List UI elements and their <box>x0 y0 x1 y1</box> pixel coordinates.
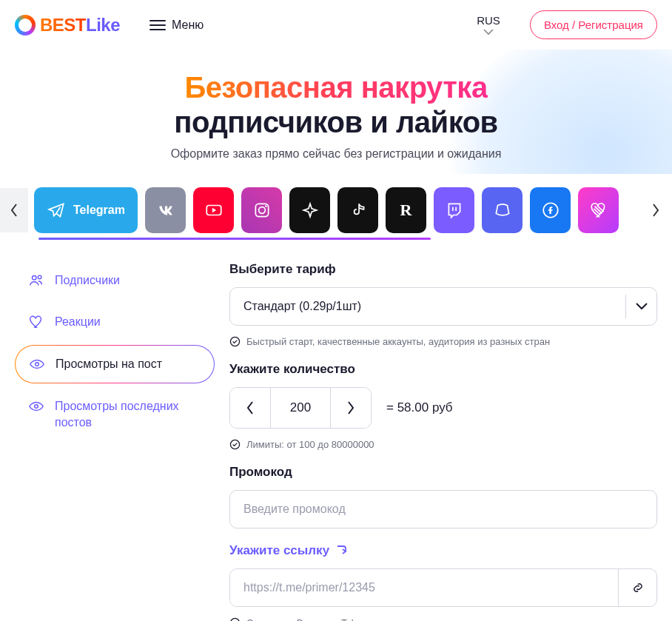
svg-point-3 <box>265 206 267 208</box>
sparkle-icon <box>300 201 320 220</box>
svg-point-10 <box>230 440 239 449</box>
link-label-text: Укажите ссылку <box>229 543 329 558</box>
link-paste-button[interactable] <box>618 569 656 606</box>
hero-subtitle: Оформите заказ прямо сейчас без регистра… <box>15 147 657 161</box>
logo-best: BEST <box>40 15 86 35</box>
tariff-value: Стандарт (0.29р/1шт) <box>243 300 361 313</box>
order-form: Выберите тариф Стандарт (0.29р/1шт) Быст… <box>229 262 657 621</box>
promo-input[interactable] <box>229 490 657 528</box>
logo-text: BESTLike <box>40 15 120 36</box>
link-icon <box>631 580 645 595</box>
arrow-corner-icon <box>335 544 349 557</box>
telegram-icon <box>47 201 66 220</box>
tile-tiktok[interactable] <box>337 187 378 233</box>
qty-row: = 58.00 руб <box>229 387 657 429</box>
sidebar: Подписчики Реакции Просмотры на пост Про… <box>15 262 215 621</box>
tariff-hint-text: Быстрый старт, качественные аккаунты, ау… <box>246 336 550 347</box>
tariff-hint: Быстрый старт, качественные аккаунты, ау… <box>229 336 657 347</box>
chevron-left-icon <box>245 400 255 415</box>
hero-title: Безопасная накрутка подписчиков и лайков <box>15 70 657 140</box>
logo-mark-icon <box>15 15 36 36</box>
chevron-down-icon <box>635 302 648 311</box>
link-label: Укажите ссылку <box>229 543 657 558</box>
rutube-icon: R <box>400 201 412 220</box>
burger-icon <box>149 20 166 30</box>
qty-label: Укажите количество <box>229 362 657 377</box>
link-input[interactable] <box>230 569 618 606</box>
language-select[interactable]: RUS <box>477 14 500 36</box>
tariff-select[interactable]: Стандарт (0.29р/1шт) <box>229 287 657 326</box>
tiktok-icon <box>349 201 368 220</box>
users-icon <box>28 272 44 289</box>
check-circle-icon <box>229 336 241 347</box>
tile-twitch[interactable] <box>434 187 474 233</box>
sidebar-item-subscribers[interactable]: Подписчики <box>15 262 215 299</box>
carousel-prev-button[interactable] <box>0 188 28 232</box>
tile-instagram[interactable] <box>241 187 282 233</box>
sidebar-item-label: Реакции <box>55 315 101 329</box>
qty-hint: Лимиты: от 100 до 80000000 <box>229 439 657 450</box>
heart-icon <box>28 314 44 330</box>
svg-point-9 <box>230 338 239 346</box>
tile-telegram[interactable]: Telegram <box>34 187 138 233</box>
check-circle-icon <box>229 617 241 621</box>
qty-decrease-button[interactable] <box>230 388 270 428</box>
auth-button[interactable]: Вход / Регистрация <box>530 10 657 39</box>
heart-stripes-icon <box>589 201 608 220</box>
tile-facebook[interactable] <box>530 187 571 233</box>
link-hint-text: Ссылка на Ваш пост Telegram <box>246 617 380 621</box>
youtube-icon <box>204 201 224 220</box>
svg-point-8 <box>35 405 38 409</box>
tile-likee[interactable] <box>578 187 619 233</box>
carousel-next-button[interactable] <box>639 188 672 232</box>
hero-title-plain: подписчиков и лайков <box>174 106 497 138</box>
select-chevron <box>625 295 656 318</box>
chevron-left-icon <box>10 203 19 218</box>
social-row: Telegram R <box>28 187 639 233</box>
logo-like: Like <box>86 15 120 35</box>
menu-button[interactable]: Меню <box>149 19 204 32</box>
svg-point-7 <box>36 363 39 366</box>
tile-youtube[interactable] <box>193 187 234 233</box>
sidebar-item-label: Просмотры последних постов <box>55 398 201 430</box>
vk-icon <box>156 201 175 220</box>
link-hint: Ссылка на Ваш пост Telegram <box>229 617 657 621</box>
sidebar-item-post-views[interactable]: Просмотры на пост <box>15 345 215 383</box>
discord-icon <box>493 201 512 220</box>
hero-title-gradient: Безопасная накрутка <box>184 71 487 104</box>
promo-label: Промокод <box>229 465 657 480</box>
facebook-icon <box>541 201 560 220</box>
qty-increase-button[interactable] <box>331 388 371 428</box>
menu-label: Меню <box>172 19 204 32</box>
tile-rutube[interactable]: R <box>386 187 426 233</box>
svg-point-2 <box>258 207 265 214</box>
eye-icon <box>29 356 45 372</box>
price-display: = 58.00 руб <box>386 400 453 415</box>
svg-point-6 <box>38 276 41 280</box>
logo[interactable]: BESTLike <box>15 15 120 36</box>
language-label: RUS <box>477 14 500 27</box>
twitch-icon <box>445 201 464 220</box>
quantity-stepper <box>229 387 372 429</box>
tariff-label: Выберите тариф <box>229 262 657 277</box>
sidebar-item-label: Подписчики <box>55 274 120 287</box>
link-input-row <box>229 568 657 607</box>
hero: Безопасная накрутка подписчиков и лайков… <box>0 50 672 174</box>
tile-vk[interactable] <box>145 187 186 233</box>
qty-input[interactable] <box>270 388 331 428</box>
social-carousel: Telegram R <box>0 174 672 233</box>
sidebar-item-reactions[interactable]: Реакции <box>15 303 215 340</box>
chevron-right-icon <box>651 203 660 218</box>
main: Подписчики Реакции Просмотры на пост Про… <box>0 240 672 621</box>
tile-discord[interactable] <box>482 187 523 233</box>
check-circle-icon <box>229 439 241 450</box>
sidebar-item-recent-views[interactable]: Просмотры последних постов <box>15 388 215 440</box>
sidebar-item-label: Просмотры на пост <box>56 358 162 371</box>
tile-telegram-label: Telegram <box>73 204 125 217</box>
qty-hint-text: Лимиты: от 100 до 80000000 <box>246 439 374 450</box>
svg-point-5 <box>33 276 37 281</box>
eye-icon <box>28 398 44 414</box>
chevron-right-icon <box>346 400 356 415</box>
instagram-icon <box>252 201 272 220</box>
tile-star[interactable] <box>289 187 330 233</box>
